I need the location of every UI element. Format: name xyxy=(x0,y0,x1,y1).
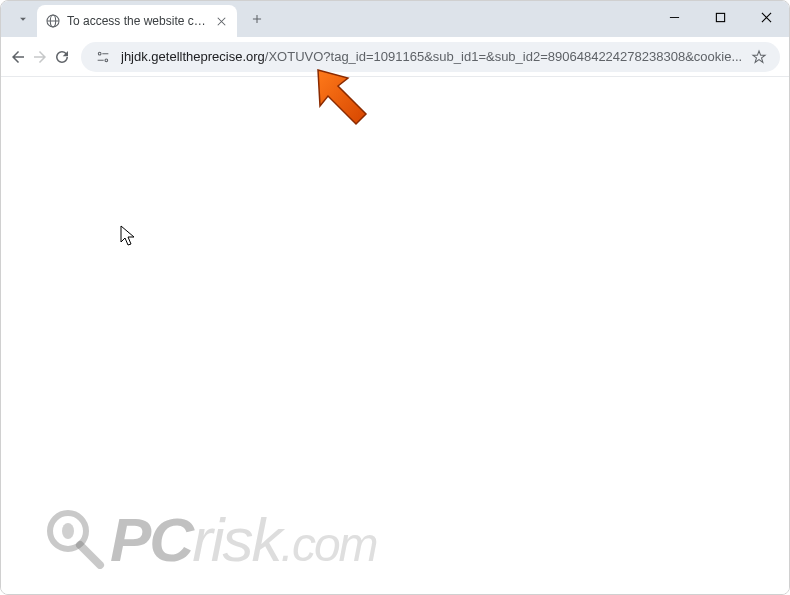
browser-window: To access the website click the xyxy=(0,0,790,595)
page-content xyxy=(1,77,789,594)
maximize-button[interactable] xyxy=(697,1,743,33)
browser-tab[interactable]: To access the website click the xyxy=(37,5,237,37)
tab-title: To access the website click the xyxy=(67,14,207,28)
close-window-button[interactable] xyxy=(743,1,789,33)
maximize-icon xyxy=(715,12,726,23)
titlebar: To access the website click the xyxy=(1,1,789,37)
arrow-right-icon xyxy=(31,48,49,66)
window-controls xyxy=(651,1,789,37)
arrow-left-icon xyxy=(9,48,27,66)
forward-button[interactable] xyxy=(31,41,49,73)
bookmark-button[interactable] xyxy=(750,48,768,66)
tune-icon xyxy=(95,49,111,65)
url-path: /XOTUVO?tag_id=1091165&sub_id1=&sub_id2=… xyxy=(265,49,742,64)
back-button[interactable] xyxy=(9,41,27,73)
reload-button[interactable] xyxy=(53,41,71,73)
toolbar: jhjdk.getelltheprecise.org/XOTUVO?tag_id… xyxy=(1,37,789,77)
tabs-dropdown-button[interactable] xyxy=(9,5,37,33)
close-icon xyxy=(217,17,226,26)
tab-close-button[interactable] xyxy=(213,13,229,29)
url-domain: jhjdk.getelltheprecise.org xyxy=(121,49,265,64)
new-tab-button[interactable] xyxy=(243,5,271,33)
svg-point-5 xyxy=(98,52,101,55)
reload-icon xyxy=(53,48,71,66)
svg-rect-4 xyxy=(716,13,724,21)
address-bar[interactable]: jhjdk.getelltheprecise.org/XOTUVO?tag_id… xyxy=(81,42,780,72)
svg-point-7 xyxy=(105,59,108,62)
chevron-down-icon xyxy=(16,12,30,26)
minimize-button[interactable] xyxy=(651,1,697,33)
url-text: jhjdk.getelltheprecise.org/XOTUVO?tag_id… xyxy=(121,49,742,64)
globe-icon xyxy=(45,13,61,29)
star-icon xyxy=(751,49,767,65)
minimize-icon xyxy=(669,12,680,23)
close-icon xyxy=(761,12,772,23)
site-settings-button[interactable] xyxy=(93,47,113,67)
plus-icon xyxy=(250,12,264,26)
